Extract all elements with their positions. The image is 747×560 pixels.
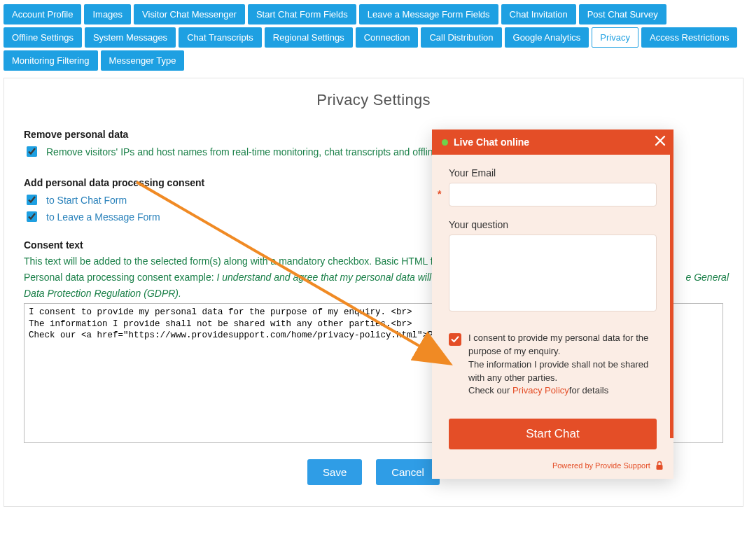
- tab-system-messages[interactable]: System Messages: [85, 27, 176, 48]
- tab-chat-invitation[interactable]: Chat Invitation: [501, 4, 576, 24]
- tab-chat-transcripts[interactable]: Chat Transcripts: [179, 27, 262, 48]
- to-leave-message-label[interactable]: to Leave a Message Form: [46, 211, 160, 223]
- consent-checkbox[interactable]: [449, 333, 461, 346]
- tab-privacy[interactable]: Privacy: [592, 27, 638, 48]
- save-button[interactable]: Save: [307, 459, 362, 485]
- page-title: Privacy Settings: [24, 91, 723, 109]
- tab-images[interactable]: Images: [84, 4, 131, 24]
- to-start-chat-label[interactable]: to Start Chat Form: [46, 195, 127, 206]
- start-chat-button[interactable]: Start Chat: [449, 419, 657, 449]
- tab-start-chat-form-fields[interactable]: Start Chat Form Fields: [248, 4, 356, 24]
- email-label: Your Email: [449, 167, 657, 178]
- tab-visitor-chat-messenger[interactable]: Visitor Chat Messenger: [134, 4, 245, 24]
- consent-text: I consent to provide my personal data fo…: [468, 332, 657, 398]
- tab-connection[interactable]: Connection: [356, 27, 419, 48]
- tab-access-restrictions[interactable]: Access Restrictions: [641, 27, 737, 48]
- tab-regional-settings[interactable]: Regional Settings: [265, 27, 353, 48]
- chat-title: Live Chat online: [454, 136, 529, 148]
- tab-messenger-type[interactable]: Messenger Type: [101, 50, 185, 71]
- remove-ips-label[interactable]: Remove visitors' IPs and host names from…: [46, 146, 438, 158]
- question-textarea[interactable]: [449, 234, 657, 312]
- cancel-button[interactable]: Cancel: [376, 459, 440, 485]
- to-start-chat-checkbox[interactable]: [27, 195, 37, 205]
- chat-widget: Live Chat online Your Email * Your quest…: [432, 130, 673, 479]
- chat-header: Live Chat online: [432, 130, 673, 155]
- lock-icon: [655, 461, 664, 472]
- status-online-icon: [442, 139, 448, 146]
- settings-tabs: Account Profile Images Visitor Chat Mess…: [0, 0, 747, 71]
- tab-call-distribution[interactable]: Call Distribution: [421, 27, 501, 48]
- privacy-policy-link[interactable]: Privacy Policy: [512, 385, 569, 396]
- email-input[interactable]: [449, 183, 657, 206]
- required-asterisk: *: [438, 188, 441, 200]
- chat-footer: Powered by Provide Support: [432, 456, 673, 479]
- tab-account-profile[interactable]: Account Profile: [4, 4, 81, 24]
- tab-leave-message-form-fields[interactable]: Leave a Message Form Fields: [359, 4, 498, 24]
- svg-rect-0: [657, 465, 663, 470]
- remove-ips-checkbox[interactable]: [27, 146, 37, 157]
- tab-monitoring-filtering[interactable]: Monitoring Filtering: [4, 50, 98, 71]
- close-icon[interactable]: [654, 134, 666, 149]
- tab-post-chat-survey[interactable]: Post Chat Survey: [579, 4, 666, 24]
- chat-scrollbar[interactable]: [670, 155, 673, 438]
- tab-offline-settings[interactable]: Offline Settings: [4, 27, 82, 48]
- to-leave-message-checkbox[interactable]: [27, 211, 37, 222]
- question-label: Your question: [449, 219, 657, 230]
- tab-google-analytics[interactable]: Google Analytics: [505, 27, 589, 48]
